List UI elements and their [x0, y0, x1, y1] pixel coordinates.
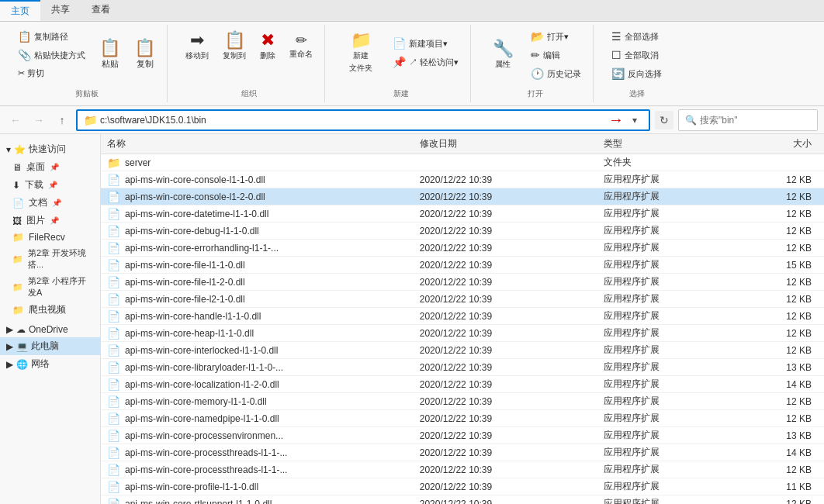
sidebar-item-network[interactable]: ▶ 🌐 网络 [0, 355, 100, 373]
table-row[interactable]: 📄 api-ms-win-core-namedpipe-l1-1-0.dll 2… [101, 410, 824, 427]
nav-forward-btn[interactable]: → [29, 111, 48, 129]
sidebar-item-quick-access[interactable]: ▾ ⭐ 快速访问 [0, 140, 100, 158]
rename-btn[interactable]: ✏ 重命名 [284, 29, 318, 64]
file-icon: 📄 [107, 174, 120, 186]
sidebar-item-ch2-dev[interactable]: 📁 第2章 开发环境搭... [0, 245, 100, 273]
new-item-btn[interactable]: 📄 新建项目▾ [387, 35, 464, 52]
group-select-label: 选择 [629, 85, 645, 99]
file-type: 应用程序扩展 [604, 309, 726, 323]
table-row[interactable]: 📄 api-ms-win-core-rtlsupport-l1-1-0.dll … [101, 495, 824, 504]
table-row[interactable]: 📄 api-ms-win-core-console-l1-1-0.dll 202… [101, 171, 824, 188]
table-row[interactable]: 📄 api-ms-win-core-errorhandling-l1-1-...… [101, 240, 824, 257]
file-icon: 📄 [107, 208, 120, 220]
properties-btn[interactable]: 🔧 属性 [483, 36, 522, 74]
refresh-btn[interactable]: ↻ [655, 111, 673, 129]
sidebar-item-pictures[interactable]: 🖼 图片 📌 [0, 212, 100, 230]
group-clipboard: 📋 复制路径 📎 粘贴快捷方式 ✂ 剪切 📋 粘贴 📋 [6, 25, 168, 102]
header-name[interactable]: 名称 [101, 137, 420, 150]
copy-btn[interactable]: 📋 复制 [129, 36, 161, 74]
header-size[interactable]: 大小 [725, 137, 824, 150]
file-icon: 📄 [107, 344, 120, 357]
address-arrow-icon: ← [608, 111, 624, 129]
edit-btn[interactable]: ✏ 编辑 [525, 47, 587, 64]
copy-path-btn[interactable]: 📋 复制路径 [12, 28, 91, 45]
table-row[interactable]: 📄 api-ms-win-core-debug-l1-1-0.dll 2020/… [101, 223, 824, 240]
group-clipboard-label: 剪贴板 [75, 85, 99, 99]
table-row[interactable]: 📄 api-ms-win-core-processenvironmen... 2… [101, 427, 824, 444]
move-to-btn[interactable]: ➡ 移动到 [180, 28, 214, 65]
delete-btn[interactable]: ✖ 删除 [254, 28, 281, 65]
sidebar-item-onedrive[interactable]: ▶ ☁ OneDrive [0, 322, 100, 337]
group-new-label: 新建 [393, 85, 409, 99]
table-row[interactable]: 📄 api-ms-win-core-file-l2-1-0.dll 2020/1… [101, 291, 824, 308]
sidebar: ▾ ⭐ 快速访问 🖥 桌面 📌 ⬇ 下载 📌 📄 文档 📌 🖼 图片 📌 📁 F… [0, 134, 101, 504]
table-row[interactable]: 📄 api-ms-win-core-processthreads-l1-1-..… [101, 461, 824, 478]
address-text: c:\software\JDK15.0.1\bin [100, 115, 605, 126]
tab-share[interactable]: 共享 [40, 0, 81, 21]
file-icon: 📄 [107, 447, 120, 459]
table-row[interactable]: 📄 api-ms-win-core-console-l1-2-0.dll 202… [101, 188, 824, 205]
file-size: 13 KB [725, 430, 824, 441]
file-type: 应用程序扩展 [604, 173, 726, 186]
file-name: api-ms-win-core-libraryloader-l1-1-0-... [125, 362, 283, 373]
paste-shortcut-btn[interactable]: 📎 粘贴快捷方式 [12, 47, 91, 64]
table-row[interactable]: 📄 api-ms-win-core-heap-l1-1-0.dll 2020/1… [101, 325, 824, 342]
nav-back-btn[interactable]: ← [6, 111, 25, 129]
paste-btn[interactable]: 📋 粘贴 [94, 36, 126, 74]
file-date: 2020/12/22 10:39 [420, 379, 604, 390]
sidebar-item-this-pc[interactable]: ▶ 💻 此电脑 [0, 337, 100, 355]
select-all-btn[interactable]: ☰ 全部选择 [606, 28, 667, 45]
search-bar[interactable]: 🔍 [678, 109, 818, 131]
table-row[interactable]: 📄 api-ms-win-core-interlocked-l1-1-0.dll… [101, 342, 824, 359]
ribbon: 主页 共享 查看 📋 复制路径 📎 粘贴快捷方式 ✂ 剪切 [0, 0, 824, 106]
file-type: 应用程序扩展 [604, 429, 726, 442]
file-date: 2020/12/22 10:39 [420, 499, 604, 505]
easy-access-btn[interactable]: 📌 ↗ 轻松访问▾ [387, 54, 464, 71]
address-bar[interactable]: 📁 c:\software\JDK15.0.1\bin ← ▾ [76, 109, 650, 131]
file-type: 应用程序扩展 [604, 361, 726, 374]
table-row[interactable]: 📄 api-ms-win-core-processthreads-l1-1-..… [101, 444, 824, 461]
tab-view[interactable]: 查看 [81, 0, 121, 21]
nav-up-btn[interactable]: ↑ [53, 111, 71, 129]
table-row[interactable]: 📄 api-ms-win-core-libraryloader-l1-1-0-.… [101, 359, 824, 376]
file-date: 2020/12/22 10:39 [420, 345, 604, 356]
open-btn[interactable]: 📂 打开▾ [525, 28, 587, 45]
address-dropdown-btn[interactable]: ▾ [627, 115, 642, 126]
header-date[interactable]: 修改日期 [420, 137, 604, 150]
table-row[interactable]: 📄 api-ms-win-core-datetime-l1-1-0.dll 20… [101, 205, 824, 223]
select-none-btn[interactable]: ☐ 全部取消 [606, 47, 667, 64]
sidebar-item-downloads[interactable]: ⬇ 下载 📌 [0, 176, 100, 194]
history-btn[interactable]: 🕐 历史记录 [525, 65, 587, 82]
file-date: 2020/12/22 10:39 [420, 328, 604, 339]
file-date: 2020/12/22 10:39 [420, 482, 604, 492]
search-input[interactable] [700, 115, 811, 126]
sidebar-item-documents[interactable]: 📄 文档 📌 [0, 194, 100, 212]
sidebar-item-filerecv[interactable]: 📁 FileRecv [0, 230, 100, 245]
file-date: 2020/12/22 10:39 [420, 430, 604, 441]
table-row[interactable]: 📄 api-ms-win-core-handle-l1-1-0.dll 2020… [101, 308, 824, 325]
sidebar-item-desktop[interactable]: 🖥 桌面 📌 [0, 158, 100, 176]
tab-home[interactable]: 主页 [0, 0, 40, 21]
table-row[interactable]: 📄 api-ms-win-core-profile-l1-1-0.dll 202… [101, 478, 824, 495]
file-name: api-ms-win-core-processthreads-l1-1-... [125, 447, 287, 458]
file-icon: 📄 [107, 191, 120, 203]
table-row[interactable]: 📄 api-ms-win-core-file-l1-2-0.dll 2020/1… [101, 274, 824, 291]
cut-btn[interactable]: ✂ 剪切 [12, 65, 91, 81]
file-type: 应用程序扩展 [604, 480, 726, 493]
invert-select-btn[interactable]: 🔄 反向选择 [606, 65, 667, 82]
table-row[interactable]: 📄 api-ms-win-core-file-l1-1-0.dll 2020/1… [101, 257, 824, 274]
sidebar-item-ch2-mini[interactable]: 📁 第2章 小程序开发A [0, 273, 100, 301]
file-date: 2020/12/22 10:39 [420, 396, 604, 407]
header-type[interactable]: 类型 [604, 137, 726, 150]
file-icon: 📄 [107, 413, 120, 425]
copy-to-btn[interactable]: 📋 复制到 [217, 28, 251, 65]
new-folder-btn[interactable]: 📁 新建 文件夹 [338, 28, 384, 78]
file-type: 应用程序扩展 [604, 378, 726, 391]
table-row[interactable]: 📄 api-ms-win-core-memory-l1-1-0.dll 2020… [101, 393, 824, 410]
file-icon: 📄 [107, 481, 120, 493]
file-type: 应用程序扩展 [604, 258, 726, 271]
table-row[interactable]: 📄 api-ms-win-core-localization-l1-2-0.dl… [101, 376, 824, 393]
sidebar-item-crawler[interactable]: 📁 爬虫视频 [0, 301, 100, 319]
table-row[interactable]: 📁 server 文件夹 [101, 154, 824, 171]
file-icon: 📄 [107, 430, 120, 442]
